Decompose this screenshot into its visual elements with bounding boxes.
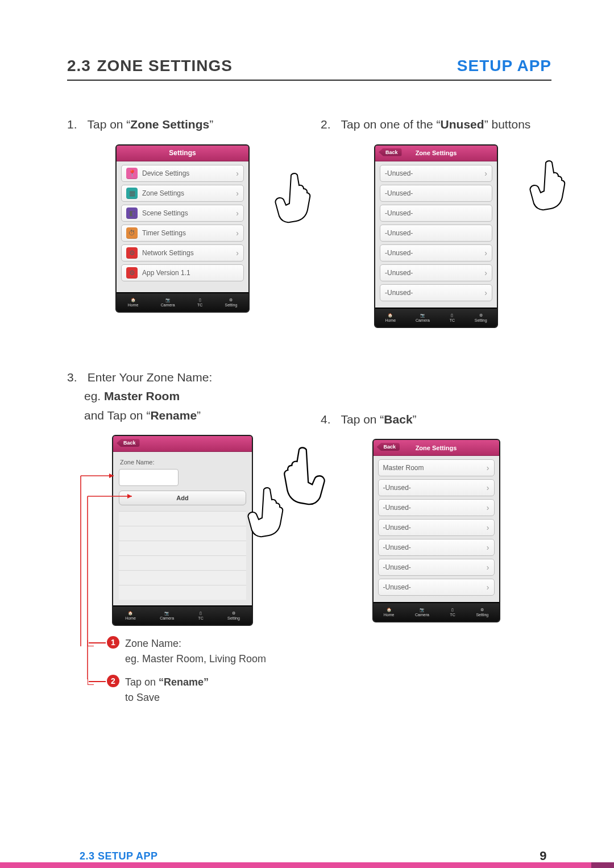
note-2: 2 Tap on “Rename” to Save xyxy=(107,675,298,705)
section-number: 2.3 xyxy=(67,57,91,74)
header-right-label: SETUP APP xyxy=(457,57,551,75)
tab-camera[interactable]: 📷Camera xyxy=(416,313,430,322)
gear-icon: ⚙ xyxy=(126,247,138,259)
chevron-right-icon: › xyxy=(236,169,239,178)
tab-home[interactable]: 🏠Home xyxy=(385,313,396,322)
settings-row-timer[interactable]: ⏱Timer Settings› xyxy=(121,225,244,242)
chevron-right-icon: › xyxy=(487,583,489,592)
footer-accent-bar xyxy=(0,862,614,868)
phone-zone-list-renamed: Back Zone Settings Master Room› -Unused-… xyxy=(372,439,500,622)
step-2-phone-wrap: Back Zone Settings -Unused-› -Unused- -U… xyxy=(321,144,551,328)
tab-tc[interactable]: ▯TC xyxy=(197,298,202,307)
phone-body: -Unused-› -Unused- -Unused- -Unused- -Un… xyxy=(375,161,497,308)
section-title: ZONE SETTINGS xyxy=(97,57,233,74)
chevron-right-icon: › xyxy=(487,503,489,512)
chevron-right-icon: › xyxy=(487,523,489,532)
step-3-notes: 1 Zone Name: eg. Master Room, Living Roo… xyxy=(67,636,298,705)
step-3-phone-wrap: Back Zone Name: Add 🏠Home 📷Camera ▯TC xyxy=(67,435,298,626)
chevron-right-icon: › xyxy=(236,209,239,218)
tab-camera[interactable]: 📷Camera xyxy=(415,608,429,617)
zone-row-unused[interactable]: -Unused-› xyxy=(378,539,495,556)
back-button[interactable]: Back xyxy=(377,443,400,451)
page-header: 2.3 ZONE SETTINGS SETUP APP xyxy=(67,57,551,75)
zone-name-label: Zone Name: xyxy=(120,459,246,466)
phone-rename: Back Zone Name: Add 🏠Home 📷Camera ▯TC xyxy=(112,435,253,626)
pin-icon: 📍 xyxy=(126,168,138,179)
chevron-right-icon: › xyxy=(484,268,487,277)
chevron-right-icon: › xyxy=(484,288,487,297)
section-heading: 2.3 ZONE SETTINGS xyxy=(67,57,233,75)
back-button[interactable]: Back xyxy=(379,148,402,156)
home-icon: 🏠 xyxy=(131,298,136,302)
zone-row-unused[interactable]: -Unused-› xyxy=(380,284,492,301)
note-1: 1 Zone Name: eg. Master Room, Living Roo… xyxy=(107,636,298,667)
timer-icon: ⏱ xyxy=(126,227,138,239)
tab-home[interactable]: 🏠Home xyxy=(384,608,395,617)
gear-icon: ⚙ xyxy=(479,313,483,318)
tab-tc[interactable]: ▯TC xyxy=(450,608,455,617)
zone-row-unused[interactable]: -Unused-› xyxy=(380,264,492,281)
tab-setting[interactable]: ⚙Setting xyxy=(227,611,240,620)
phone-tabbar: 🏠Home 📷Camera ▯TC ⚙Setting xyxy=(113,605,252,625)
phone-tabbar: 🏠Home 📷Camera ▯TC ⚙Setting xyxy=(117,292,248,312)
zone-row-unused[interactable]: -Unused-› xyxy=(380,165,492,182)
tab-tc[interactable]: ▯TC xyxy=(198,611,203,620)
zone-row-unused[interactable]: -Unused-› xyxy=(378,579,495,596)
phone-body: Zone Name: Add xyxy=(113,452,252,605)
step-2: 2. Tap on one of the “Unused” buttons Ba… xyxy=(321,115,551,328)
zone-row-unused[interactable]: -Unused-› xyxy=(378,559,495,576)
step-3: 3. Enter Your Zone Name: eg. Master Room… xyxy=(67,368,298,714)
phone-zone-list: Back Zone Settings -Unused-› -Unused- -U… xyxy=(374,144,498,328)
phone-body: Master Room› -Unused-› -Unused-› -Unused… xyxy=(374,456,499,602)
zone-row-unused[interactable]: -Unused- xyxy=(380,205,492,222)
step-1-caption: 1. Tap on “Zone Settings” xyxy=(67,115,298,134)
tab-home[interactable]: 🏠Home xyxy=(125,611,136,620)
zone-row-unused[interactable]: -Unused-› xyxy=(378,519,495,536)
phone-title: Settings xyxy=(169,149,196,157)
zone-row-master[interactable]: Master Room› xyxy=(378,459,495,476)
chevron-right-icon: › xyxy=(484,248,487,258)
zone-row-unused[interactable]: -Unused- xyxy=(380,185,492,202)
tab-setting[interactable]: ⚙Setting xyxy=(475,313,487,322)
tab-home[interactable]: 🏠Home xyxy=(128,298,139,307)
step-4-phone-wrap: Back Zone Settings Master Room› -Unused-… xyxy=(321,439,551,622)
settings-row-device[interactable]: 📍Device Settings› xyxy=(121,165,244,182)
zone-row-unused[interactable]: -Unused-› xyxy=(380,244,492,261)
bullet-2-icon: 2 xyxy=(107,675,119,687)
tab-setting[interactable]: ⚙Setting xyxy=(225,298,238,307)
phone-titlebar: Back Zone Settings xyxy=(374,440,499,456)
zone-row-unused[interactable]: -Unused-› xyxy=(378,499,495,516)
pointing-hand-icon xyxy=(274,172,314,226)
settings-row-zone[interactable]: ▦Zone Settings› xyxy=(121,185,244,202)
tab-camera[interactable]: 📷Camera xyxy=(161,298,175,307)
settings-row-version[interactable]: ⚙App Version 1.1 xyxy=(121,264,244,281)
callout-connector xyxy=(89,681,106,682)
back-button[interactable]: Back xyxy=(117,439,140,447)
pointing-hand-icon xyxy=(529,159,569,213)
settings-row-network[interactable]: ⚙Network Settings› xyxy=(121,244,244,261)
manual-page: 2.3 ZONE SETTINGS SETUP APP 1. Tap on “Z… xyxy=(0,0,614,868)
phone-tabbar: 🏠Home 📷Camera ▯TC ⚙Setting xyxy=(375,308,497,327)
phone-body: 📍Device Settings› ▦Zone Settings› ◧Scene… xyxy=(117,161,248,292)
camera-icon: 📷 xyxy=(164,611,169,616)
step-4-caption: 4. Tap on “Back” xyxy=(321,410,551,429)
phone-titlebar: Back xyxy=(113,436,252,452)
page-number: 9 xyxy=(540,849,547,863)
zone-row-unused[interactable]: -Unused- xyxy=(380,225,492,242)
header-divider xyxy=(67,80,551,81)
tab-camera[interactable]: 📷Camera xyxy=(160,611,174,620)
zone-row-unused[interactable]: -Unused-› xyxy=(378,479,495,496)
camera-icon: 📷 xyxy=(420,608,425,612)
callout-connector xyxy=(89,642,106,643)
tab-tc[interactable]: ▯TC xyxy=(450,313,455,322)
settings-row-scene[interactable]: ◧Scene Settings› xyxy=(121,205,244,222)
phone-title: Zone Settings xyxy=(416,445,457,451)
chevron-right-icon: › xyxy=(487,543,489,552)
chevron-right-icon: › xyxy=(484,169,487,178)
bullet-1-icon: 1 xyxy=(107,636,119,649)
zone-name-input[interactable] xyxy=(119,469,179,486)
add-button[interactable]: Add xyxy=(119,491,246,505)
tab-setting[interactable]: ⚙Setting xyxy=(476,608,488,617)
scene-icon: ◧ xyxy=(126,207,138,219)
gear-icon: ⚙ xyxy=(126,267,138,279)
